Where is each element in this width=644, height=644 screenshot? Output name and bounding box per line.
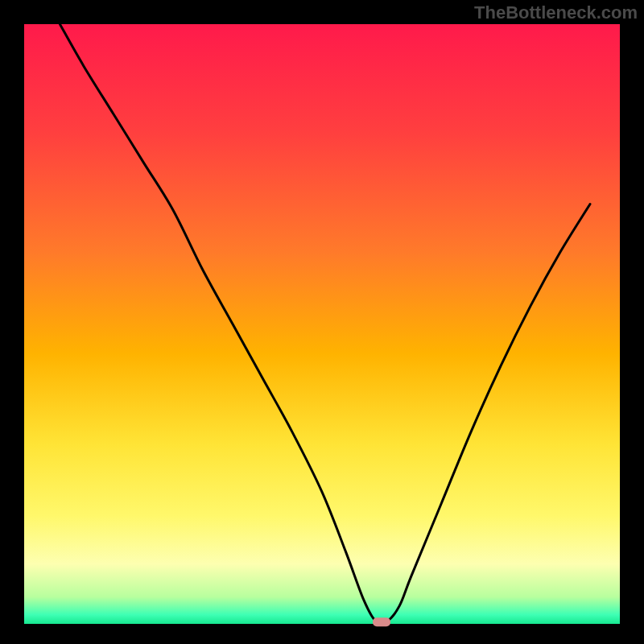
bottleneck-chart	[0, 0, 644, 644]
chart-container: TheBottleneck.com	[0, 0, 644, 644]
optimal-marker	[373, 617, 390, 626]
watermark-text: TheBottleneck.com	[474, 2, 638, 23]
